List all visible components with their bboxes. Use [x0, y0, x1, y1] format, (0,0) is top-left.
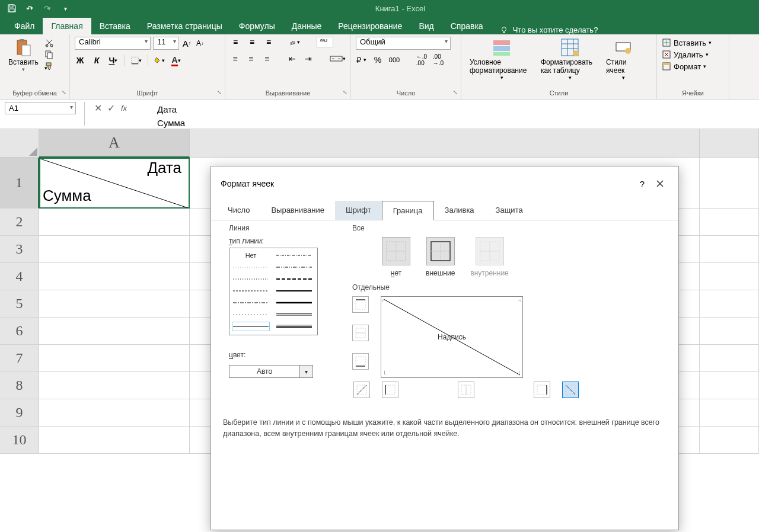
dlg-tab-fill[interactable]: Заливка: [434, 201, 485, 220]
cell[interactable]: [39, 209, 190, 236]
tab-insert[interactable]: Вставка: [91, 18, 139, 34]
tell-me-search[interactable]: Что вы хотите сделать?: [492, 25, 607, 34]
line-color-combo[interactable]: Авто: [229, 365, 300, 378]
accounting-format-icon[interactable]: ₽▾: [356, 55, 366, 65]
column-header[interactable]: [700, 129, 759, 158]
borders-icon[interactable]: ▾: [131, 55, 142, 66]
font-name-combo[interactable]: Calibri: [75, 37, 151, 50]
cell[interactable]: [700, 345, 759, 372]
font-size-combo[interactable]: 11: [153, 37, 179, 50]
line-style-option[interactable]: [275, 310, 313, 319]
fill-color-icon[interactable]: ▾: [154, 55, 165, 66]
font-color-icon[interactable]: А▾: [171, 55, 181, 66]
cell[interactable]: [39, 427, 190, 454]
confirm-edit-icon[interactable]: ✓: [105, 102, 117, 114]
cell[interactable]: [700, 290, 759, 318]
bold-button[interactable]: Ж: [75, 55, 85, 66]
color-dropdown-icon[interactable]: ▾: [300, 365, 313, 378]
line-style-option[interactable]: [275, 251, 313, 260]
line-style-option[interactable]: [232, 322, 270, 331]
dialog-launcher-icon[interactable]: ⤡: [451, 89, 460, 98]
dialog-launcher-icon[interactable]: ⤡: [341, 89, 349, 98]
percent-icon[interactable]: %: [372, 55, 383, 65]
paste-button[interactable]: Вставить ▾: [5, 37, 42, 73]
align-right-icon[interactable]: ≡: [262, 53, 272, 64]
line-style-option[interactable]: [275, 262, 313, 272]
cell[interactable]: [39, 263, 190, 290]
line-style-option[interactable]: [232, 310, 270, 319]
border-left-button[interactable]: [382, 382, 398, 398]
cell[interactable]: [700, 158, 759, 209]
merge-center-icon[interactable]: ▾: [330, 53, 346, 64]
border-diag-up-button[interactable]: [353, 382, 370, 398]
cell[interactable]: [700, 263, 759, 290]
decrease-indent-icon[interactable]: ⇤: [288, 53, 298, 64]
row-header[interactable]: 2: [0, 209, 39, 236]
line-style-option[interactable]: [275, 322, 313, 331]
border-top-button[interactable]: [352, 296, 369, 313]
close-button[interactable]: [651, 175, 669, 193]
line-style-list[interactable]: Нет: [229, 248, 318, 335]
dialog-launcher-icon[interactable]: ⤡: [215, 89, 224, 98]
cell[interactable]: [700, 427, 759, 454]
align-center-icon[interactable]: ≡: [246, 53, 256, 64]
format-painter-icon[interactable]: [44, 62, 54, 71]
qat-customize-icon[interactable]: ▾: [58, 1, 72, 15]
insert-function-icon[interactable]: fx: [118, 102, 130, 114]
underline-button[interactable]: Ч ▾: [108, 55, 119, 66]
row-header[interactable]: 5: [0, 290, 39, 318]
line-style-option[interactable]: [275, 298, 313, 307]
row-header[interactable]: 9: [0, 399, 39, 427]
decrease-font-icon[interactable]: A↓: [194, 38, 205, 49]
cell[interactable]: [700, 399, 759, 427]
row-header[interactable]: 10: [0, 427, 39, 454]
increase-decimal-icon[interactable]: ←.0.00: [416, 55, 427, 65]
select-all-corner[interactable]: [0, 129, 39, 158]
align-top-icon[interactable]: ≡: [230, 37, 241, 47]
copy-icon[interactable]: ▾: [44, 50, 54, 59]
preset-none-button[interactable]: нет: [382, 237, 410, 277]
cell[interactable]: [700, 236, 759, 263]
dlg-tab-protection[interactable]: Защита: [485, 201, 534, 220]
dialog-launcher-icon[interactable]: ⤡: [60, 89, 68, 98]
dlg-tab-font[interactable]: Шрифт: [335, 201, 382, 220]
cut-icon[interactable]: [44, 38, 54, 47]
tab-home[interactable]: Главная: [43, 18, 91, 34]
row-header[interactable]: 3: [0, 236, 39, 263]
preset-inside-button[interactable]: внутренние: [470, 237, 508, 277]
format-as-table-button[interactable]: Форматировать как таблицу▾: [537, 37, 602, 82]
border-diag-down-button[interactable]: [562, 382, 579, 398]
align-bottom-icon[interactable]: ≡: [263, 37, 274, 47]
align-middle-icon[interactable]: ≡: [247, 37, 257, 47]
dlg-tab-border[interactable]: Граница: [382, 201, 434, 220]
help-button[interactable]: ?: [633, 175, 651, 193]
tab-page-layout[interactable]: Разметка страницы: [139, 18, 231, 34]
row-header[interactable]: 7: [0, 345, 39, 372]
number-format-combo[interactable]: Общий: [356, 37, 451, 50]
cell[interactable]: [700, 209, 759, 236]
decrease-decimal-icon[interactable]: .00→.0: [433, 55, 444, 65]
insert-cells-button[interactable]: Вставить ▾: [662, 38, 724, 47]
conditional-formatting-button[interactable]: Условное форматирование▾: [466, 37, 537, 82]
line-style-option[interactable]: [275, 286, 313, 296]
row-header-1[interactable]: 1: [0, 158, 39, 209]
row-header[interactable]: 4: [0, 263, 39, 290]
cell[interactable]: [39, 236, 190, 263]
border-vmiddle-button[interactable]: [458, 382, 474, 398]
line-style-option[interactable]: [232, 274, 270, 284]
formula-content[interactable]: Дата Сумма: [133, 102, 209, 131]
cell[interactable]: [39, 399, 190, 427]
line-style-option[interactable]: [232, 262, 270, 272]
column-header[interactable]: [190, 129, 700, 158]
wrap-text-icon[interactable]: ab: [317, 37, 333, 47]
tab-view[interactable]: Вид: [410, 18, 442, 34]
border-right-button[interactable]: [534, 382, 550, 398]
column-header-a[interactable]: A: [39, 129, 190, 158]
increase-indent-icon[interactable]: ⇥: [304, 53, 314, 64]
tab-formulas[interactable]: Формулы: [231, 18, 283, 34]
cancel-edit-icon[interactable]: ✕: [92, 102, 104, 114]
name-box[interactable]: A1: [5, 102, 76, 114]
tab-help[interactable]: Справка: [442, 18, 492, 34]
cell[interactable]: [700, 318, 759, 345]
preset-outline-button[interactable]: внешние: [426, 237, 455, 277]
